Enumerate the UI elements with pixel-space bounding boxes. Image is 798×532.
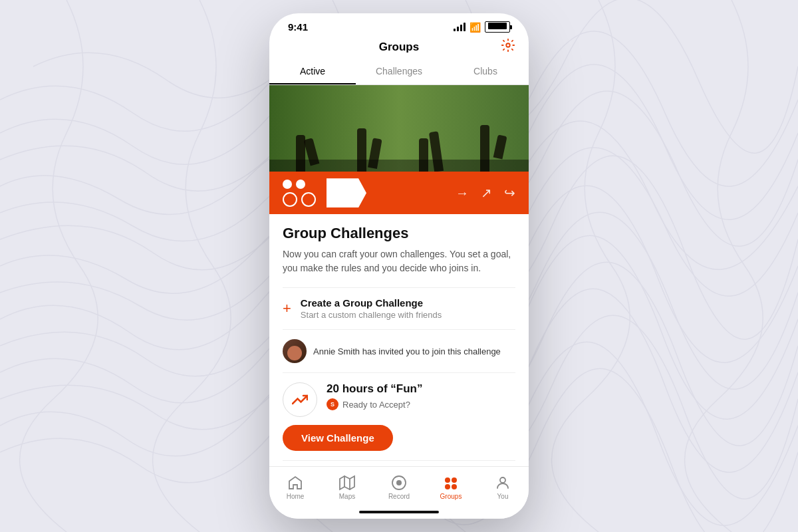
svg-point-7 (452, 477, 457, 483)
tab-challenges[interactable]: Challenges (356, 61, 442, 84)
home-bar (359, 511, 439, 513)
header: Groups (269, 35, 529, 61)
status-icons: 📶 (454, 21, 510, 33)
arrow-curved: ↪ (504, 185, 515, 201)
svg-point-8 (445, 484, 450, 489)
status-bar: 9:41 📶 (269, 13, 529, 35)
promo-banner-strip: → ↗ ↪ (269, 172, 529, 214)
svg-point-10 (500, 477, 505, 483)
you-icon (495, 475, 511, 491)
battery-icon (485, 21, 510, 33)
tabs-bar: Active Challenges Clubs (269, 61, 529, 85)
bottom-nav: Home Maps Record Groups (269, 466, 529, 505)
arrows-decoration: → ↗ ↪ (456, 185, 515, 201)
create-subtitle: Start a custom challenge with friends (301, 310, 442, 320)
invitation-row: Annie Smith has invited you to join this… (283, 329, 515, 372)
nav-item-you[interactable]: You (477, 472, 529, 503)
create-challenge-row[interactable]: + Create a Group Challenge Start a custo… (283, 287, 515, 329)
hero-image (269, 85, 529, 172)
tab-clubs[interactable]: Clubs (442, 61, 529, 84)
nav-label-home: Home (287, 493, 305, 500)
svg-point-9 (452, 484, 457, 489)
nav-label-record: Record (388, 493, 410, 500)
card-content: Group Challenges Now you can craft your … (269, 214, 529, 466)
scroll-content[interactable]: → ↗ ↪ Group Challenges Now you can craft… (269, 85, 529, 466)
nav-item-record[interactable]: Record (373, 472, 425, 503)
challenge-1-info: 20 hours of “Fun” S Ready to Accept? (327, 382, 423, 410)
svg-point-0 (506, 43, 510, 47)
arrow-diagonal: ↗ (481, 185, 492, 201)
nav-label-maps: Maps (339, 493, 355, 500)
view-challenge-button[interactable]: View Challenge (283, 425, 393, 451)
challenge-card-2: Friends January 50 miles 🚴 18 mi / 50 mi… (283, 460, 515, 466)
challenge-1-name: 20 hours of “Fun” (327, 382, 423, 396)
nav-item-home[interactable]: Home (269, 472, 321, 503)
record-icon (391, 475, 407, 491)
avatar (283, 339, 307, 363)
maps-icon (339, 475, 355, 491)
section-description: Now you can craft your own challenges. Y… (283, 247, 515, 275)
page-title: Groups (379, 41, 419, 54)
groups-icon (442, 475, 460, 491)
tab-active[interactable]: Active (269, 61, 356, 84)
invitation-text: Annie Smith has invited you to join this… (313, 346, 501, 356)
home-indicator (269, 505, 529, 519)
home-icon (287, 475, 303, 491)
create-text-group: Create a Group Challenge Start a custom … (301, 297, 442, 320)
challenge-icon-1 (283, 382, 317, 417)
wifi-icon: 📶 (469, 22, 481, 33)
arrow-shape (327, 178, 366, 207)
nav-item-groups[interactable]: Groups (425, 472, 477, 503)
status-time: 9:41 (288, 21, 308, 33)
section-title: Group Challenges (283, 225, 515, 242)
nav-item-maps[interactable]: Maps (321, 472, 373, 503)
arrow-straight: → (456, 186, 469, 201)
svg-marker-1 (340, 476, 354, 489)
create-title: Create a Group Challenge (301, 297, 442, 309)
phone-shell: 9:41 📶 Groups Active Challe (269, 13, 529, 519)
challenge-card-1: 20 hours of “Fun” S Ready to Accept? Vie… (283, 372, 515, 460)
svg-point-6 (445, 477, 450, 483)
svg-point-5 (396, 480, 402, 485)
challenge-1-status: Ready to Accept? (342, 400, 410, 410)
settings-button[interactable] (501, 38, 515, 57)
plus-icon: + (283, 301, 291, 316)
nav-label-you: You (497, 493, 509, 500)
signal-icon (454, 23, 466, 31)
strava-icon: S (327, 398, 338, 410)
dots-decoration (283, 180, 316, 207)
nav-label-groups: Groups (440, 493, 462, 500)
